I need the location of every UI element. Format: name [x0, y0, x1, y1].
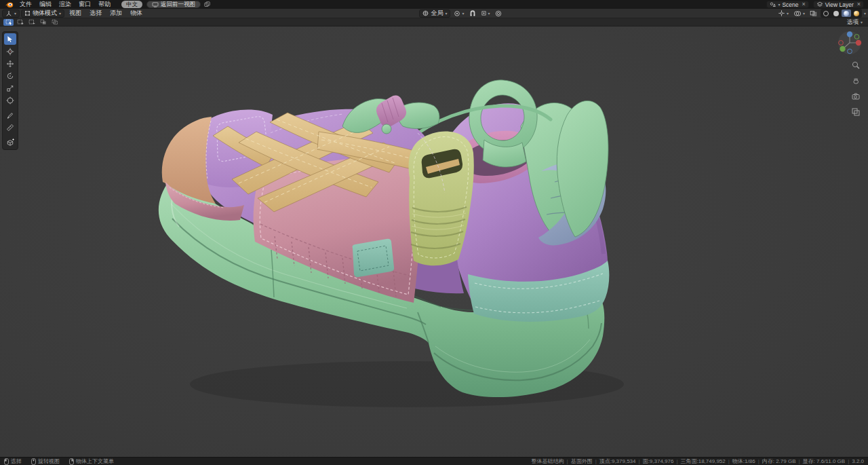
- zoom-icon[interactable]: [851, 60, 861, 70]
- xray-toggle[interactable]: [808, 10, 818, 18]
- orientation-label: 全局: [431, 9, 443, 18]
- menu-edit[interactable]: 编辑: [36, 0, 55, 9]
- toolbar: [2, 31, 18, 150]
- camera-view-icon[interactable]: [851, 92, 861, 101]
- show-overlays-toggle[interactable]: ▾: [792, 10, 806, 18]
- editor-type-dropdown[interactable]: ▾: [2, 10, 20, 18]
- orientation-dropdown[interactable]: 全局 ▾: [419, 10, 450, 18]
- hint-select: 选择: [4, 458, 22, 465]
- left-mouse-icon: [4, 458, 9, 465]
- stat-objects: 物体:1/86: [732, 458, 762, 465]
- ortho-toggle-icon[interactable]: [851, 107, 861, 117]
- blender-window: 文件 编辑 渲染 窗口 帮助 中文 返回前一视图 ▾ Scene ×: [0, 0, 868, 465]
- pivot-point-dropdown[interactable]: ▾: [452, 10, 465, 18]
- stat-tris: 三角面:18,749,952: [680, 458, 732, 465]
- back-previous-view-button[interactable]: 返回前一视图: [146, 1, 201, 8]
- hint-context-menu: 物体上下文菜单: [69, 458, 114, 465]
- menu-viewport-add[interactable]: 添加: [106, 9, 125, 18]
- blender-logo-icon[interactable]: [3, 1, 16, 8]
- tool-options-dropdown[interactable]: 选项 ▾: [847, 18, 865, 26]
- hint-context-menu-label: 物体上下文菜单: [76, 458, 114, 465]
- gizmo-y-axis[interactable]: [840, 46, 845, 52]
- 3d-viewport[interactable]: [0, 26, 868, 457]
- scene-selector[interactable]: ▾ Scene ×: [766, 1, 808, 8]
- rendered-sphere-icon: [854, 11, 859, 16]
- move-tool-button[interactable]: [4, 58, 16, 69]
- view-layer-name[interactable]: View Layer: [825, 1, 854, 8]
- mode-caret-icon: ▾: [59, 12, 61, 16]
- select-mode-extend-button[interactable]: [15, 19, 25, 26]
- cursor-tool-button[interactable]: [4, 45, 16, 57]
- transform-tool-button[interactable]: [4, 94, 16, 106]
- gizmo-caret-icon: ▾: [787, 12, 789, 16]
- select-mode-intersect-button[interactable]: [50, 19, 60, 26]
- scene-browse-caret-icon[interactable]: ▾: [778, 3, 780, 7]
- viewport-editor-icon: [5, 10, 12, 17]
- stat-version: 3.2.0: [852, 458, 864, 464]
- rotate-tool-button[interactable]: [4, 70, 16, 81]
- tool-settings-bar: 选项 ▾: [0, 18, 868, 26]
- view-layer-icon: [816, 1, 823, 7]
- menu-viewport-object[interactable]: 物体: [127, 9, 146, 18]
- sneaker-model[interactable]: [0, 26, 868, 457]
- measure-tool-button[interactable]: [4, 122, 16, 133]
- transform-snap-group: 全局 ▾ ▾ ▾: [419, 10, 502, 18]
- language-button[interactable]: 中文: [121, 1, 142, 8]
- shading-wireframe-button[interactable]: [821, 10, 831, 17]
- shading-material-preview-button[interactable]: [842, 10, 851, 17]
- viewport-display-group: ▾ ▾ ▾: [776, 9, 866, 18]
- screen-icon: [152, 2, 159, 7]
- shading-mode-group: [821, 9, 862, 18]
- viewport-header: ▾ 物体模式 ▾ 视图 选择 添加 物体 全局 ▾ ▾: [0, 9, 868, 18]
- snap-target-dropdown[interactable]: ▾: [479, 10, 492, 17]
- annotate-tool-button[interactable]: [4, 109, 16, 121]
- viewport-nav-controls: [851, 60, 861, 117]
- material-sphere-icon: [844, 11, 849, 16]
- menu-viewport-select[interactable]: 选择: [86, 9, 105, 18]
- menu-viewport-view[interactable]: 视图: [66, 9, 85, 18]
- menu-file[interactable]: 文件: [16, 0, 35, 9]
- menu-render[interactable]: 渲染: [56, 0, 75, 9]
- view-layer-remove-icon[interactable]: ×: [856, 1, 861, 7]
- snap-caret-icon: ▾: [488, 12, 490, 16]
- select-mode-subtract-button[interactable]: [26, 19, 37, 26]
- add-cube-tool-button[interactable]: [4, 136, 16, 148]
- gizmo-x-axis[interactable]: [856, 40, 861, 45]
- hint-select-label: 选择: [11, 458, 22, 465]
- navigation-gizmo[interactable]: [837, 30, 863, 56]
- tool-options-caret-icon: ▾: [861, 20, 863, 24]
- right-mouse-icon: [69, 458, 74, 465]
- object-mode-icon: [24, 10, 31, 16]
- editor-type-caret-icon: ▾: [14, 12, 16, 16]
- tool-options-label: 选项: [847, 18, 859, 26]
- pan-hand-icon[interactable]: [851, 76, 861, 86]
- scene-name[interactable]: Scene: [782, 1, 798, 8]
- shading-settings-caret-icon[interactable]: ▾: [864, 12, 866, 16]
- mode-dropdown[interactable]: 物体模式 ▾: [21, 10, 64, 18]
- view-layer-selector[interactable]: View Layer ×: [813, 1, 864, 8]
- gizmo-z-axis[interactable]: [847, 31, 852, 37]
- overlays-caret-icon: ▾: [803, 12, 805, 16]
- scale-tool-button[interactable]: [4, 82, 16, 94]
- show-gizmo-toggle[interactable]: ▾: [776, 9, 790, 18]
- mode-label: 物体模式: [33, 9, 57, 18]
- shading-solid-button[interactable]: [831, 10, 841, 17]
- stat-collection: 整体基础结构: [532, 458, 571, 465]
- shading-rendered-button[interactable]: [852, 10, 861, 17]
- box-select-tool-button[interactable]: [4, 33, 16, 45]
- scene-icon: [770, 1, 776, 7]
- stat-vram: 显存: 7.6/11.0 GB: [803, 458, 852, 465]
- menu-help[interactable]: 帮助: [95, 0, 114, 9]
- proportional-editing-toggle[interactable]: [494, 10, 503, 18]
- global-orientation-icon: [422, 10, 429, 16]
- menu-window[interactable]: 窗口: [75, 0, 94, 9]
- duplicate-window-icon[interactable]: [201, 1, 213, 7]
- select-mode-set-button[interactable]: [3, 19, 14, 26]
- select-mode-invert-button[interactable]: [38, 19, 48, 26]
- wireframe-sphere-icon: [823, 11, 829, 16]
- solid-sphere-icon: [833, 11, 839, 16]
- snap-toggle[interactable]: [468, 10, 477, 18]
- stat-memory: 内存: 2.79 GB: [762, 458, 803, 465]
- scene-unlink-icon[interactable]: ×: [801, 1, 806, 7]
- middle-mouse-icon: [31, 458, 36, 465]
